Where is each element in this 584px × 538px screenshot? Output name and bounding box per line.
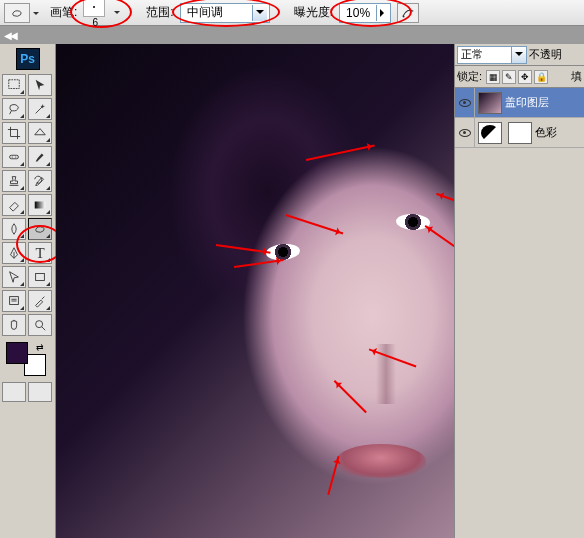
- screen-mode-buttons: [2, 382, 53, 402]
- blend-mode-row: 正常 不透明: [455, 44, 584, 66]
- lock-pixels-icon[interactable]: ✎: [502, 70, 516, 84]
- stamp-tool[interactable]: [2, 170, 26, 192]
- blur-icon: [7, 222, 21, 236]
- marquee-icon: [7, 78, 21, 92]
- wand-tool[interactable]: [28, 98, 52, 120]
- range-select[interactable]: 中间调: [180, 3, 270, 23]
- burn-tool-icon: [10, 6, 24, 20]
- foreground-color-swatch[interactable]: [6, 342, 28, 364]
- svg-rect-5: [35, 202, 46, 209]
- lasso-icon: [7, 102, 21, 116]
- zoom-tool[interactable]: [28, 314, 52, 336]
- color-swatches[interactable]: ⇄: [6, 342, 46, 376]
- slice-icon: [33, 126, 47, 140]
- layer-row[interactable]: 色彩: [455, 118, 584, 148]
- notes-tool[interactable]: [2, 290, 26, 312]
- svg-rect-1: [9, 80, 20, 89]
- airbrush-toggle[interactable]: [397, 3, 419, 23]
- blend-mode-select[interactable]: 正常: [457, 46, 527, 64]
- panel-collapse-strip[interactable]: ◀◀: [0, 26, 584, 44]
- move-icon: [33, 78, 47, 92]
- exposure-label: 曝光度:: [294, 4, 333, 21]
- pen-tool[interactable]: [2, 242, 26, 264]
- layers-panel: 正常 不透明 锁定: ▦ ✎ ✥ 🔒 填 盖印图层 色彩: [454, 44, 584, 538]
- history-brush-tool[interactable]: [28, 170, 52, 192]
- tools-panel: Ps T ⇄: [0, 44, 56, 538]
- pen-icon: [7, 246, 21, 260]
- layer-mask-thumbnail[interactable]: [508, 122, 532, 144]
- screen-mode-toggle[interactable]: [28, 382, 52, 402]
- eraser-tool[interactable]: [2, 194, 26, 216]
- range-value: 中间调: [183, 4, 252, 21]
- layer-row[interactable]: 盖印图层: [455, 88, 584, 118]
- type-icon: T: [35, 245, 44, 262]
- tool-preset-picker[interactable]: [4, 3, 30, 23]
- options-bar: 画笔: 6 范围: 中间调 曝光度: 10%: [0, 0, 584, 26]
- brush-label: 画笔:: [50, 4, 77, 21]
- crop-tool[interactable]: [2, 122, 26, 144]
- layer-visibility-toggle[interactable]: [455, 88, 475, 117]
- brush-dropdown-arrow[interactable]: [111, 5, 122, 21]
- move-tool[interactable]: [28, 74, 52, 96]
- shape-tool[interactable]: [28, 266, 52, 288]
- range-select-arrow[interactable]: [252, 5, 267, 21]
- eye-icon: [459, 129, 471, 137]
- eyedropper-icon: [33, 294, 47, 308]
- lock-transparency-icon[interactable]: ▦: [486, 70, 500, 84]
- eye-icon: [459, 99, 471, 107]
- svg-rect-2: [10, 155, 19, 159]
- lasso-tool[interactable]: [2, 98, 26, 120]
- heal-tool[interactable]: [2, 146, 26, 168]
- brush-size-value: 6: [93, 17, 99, 28]
- svg-point-0: [403, 15, 405, 17]
- svg-point-3: [12, 156, 13, 157]
- brush-icon: [33, 150, 47, 164]
- heal-icon: [7, 150, 21, 164]
- lock-row: 锁定: ▦ ✎ ✥ 🔒 填: [455, 66, 584, 88]
- adjustment-layer-thumbnail[interactable]: [478, 122, 502, 144]
- layer-thumbnail[interactable]: [478, 92, 502, 114]
- hand-tool[interactable]: [2, 314, 26, 336]
- gradient-icon: [33, 198, 47, 212]
- zoom-icon: [33, 318, 47, 332]
- exposure-flyout-arrow[interactable]: [376, 5, 390, 21]
- fill-label: 填: [571, 69, 582, 84]
- svg-point-8: [36, 321, 43, 328]
- notes-icon: [7, 294, 21, 308]
- marquee-tool[interactable]: [2, 74, 26, 96]
- path-select-icon: [7, 270, 21, 284]
- layer-name: 色彩: [535, 125, 557, 140]
- eraser-icon: [7, 198, 21, 212]
- blend-mode-arrow[interactable]: [511, 47, 526, 63]
- lock-icons: ▦ ✎ ✥ 🔒: [486, 70, 548, 84]
- layer-visibility-toggle[interactable]: [455, 118, 475, 147]
- crop-icon: [7, 126, 21, 140]
- exposure-value: 10%: [340, 6, 376, 20]
- path-select-tool[interactable]: [2, 266, 26, 288]
- blur-tool[interactable]: [2, 218, 26, 240]
- wand-icon: [33, 102, 47, 116]
- svg-rect-6: [36, 274, 45, 281]
- gradient-tool[interactable]: [28, 194, 52, 216]
- brush-tool[interactable]: [28, 146, 52, 168]
- burn-icon: [33, 222, 47, 236]
- swap-colors-icon[interactable]: ⇄: [36, 342, 44, 352]
- hand-icon: [7, 318, 21, 332]
- photo-lips: [336, 444, 426, 478]
- burn-tool[interactable]: [28, 218, 52, 240]
- opacity-label: 不透明: [529, 47, 562, 62]
- exposure-input[interactable]: 10%: [339, 3, 391, 23]
- blend-mode-value: 正常: [458, 47, 511, 62]
- type-tool[interactable]: T: [28, 242, 52, 264]
- lock-position-icon[interactable]: ✥: [518, 70, 532, 84]
- shape-icon: [33, 270, 47, 284]
- lock-label: 锁定:: [457, 69, 482, 84]
- quickmask-toggle[interactable]: [2, 382, 26, 402]
- ps-logo: Ps: [16, 48, 40, 70]
- brush-size-preview[interactable]: [83, 0, 105, 17]
- eyedropper-tool[interactable]: [28, 290, 52, 312]
- lock-all-icon[interactable]: 🔒: [534, 70, 548, 84]
- airbrush-icon: [401, 6, 415, 20]
- slice-tool[interactable]: [28, 122, 52, 144]
- collapse-arrow-icon: ◀◀: [4, 30, 16, 41]
